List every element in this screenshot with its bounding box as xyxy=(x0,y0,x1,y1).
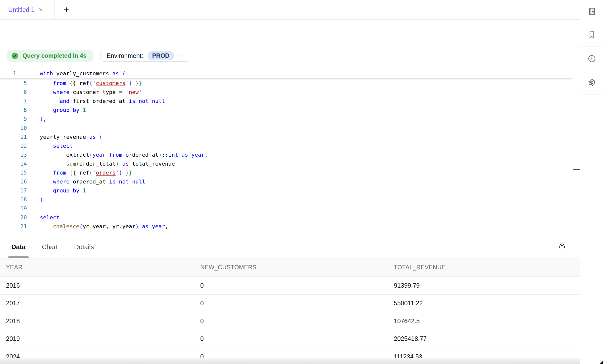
line-number: 17 xyxy=(0,186,27,195)
environment-selector[interactable]: Environment: PROD xyxy=(100,50,189,62)
environment-label: Environment: xyxy=(106,52,143,59)
line-number: 1 xyxy=(13,69,16,78)
table-cell: 0 xyxy=(200,318,394,325)
sql-editor-region[interactable]: Query completed in 4s Environment: PROD … xyxy=(0,43,580,233)
notebook-icon xyxy=(587,7,596,16)
line-number: 21 xyxy=(0,222,27,231)
line-number: 19 xyxy=(0,204,27,213)
line-number: 7 xyxy=(0,97,27,106)
code-text: yearly_revenue as ( xyxy=(40,133,102,141)
query-status-pill: Query completed in 4s xyxy=(7,50,93,62)
column-header: YEAR xyxy=(6,264,200,271)
code-line-9[interactable]: 9), xyxy=(0,115,573,124)
editor-scrollbar-track xyxy=(573,68,573,233)
code-line-11[interactable]: 11yearly_revenue as ( xyxy=(0,133,573,141)
compass-star-icon xyxy=(587,78,597,88)
chevron-down-icon xyxy=(178,53,184,58)
code-text: coalesce(yc.new_customers, 0) as new_cus… xyxy=(40,231,208,233)
table-row: 2016091399.79 xyxy=(0,277,580,295)
main-column: Untitled 1 Develop xyxy=(0,0,580,364)
table-cell: 0 xyxy=(200,300,394,307)
code-line-27[interactable]: order by 1 xyxy=(515,94,543,95)
editor-toolbar: Develop Run xyxy=(0,20,580,43)
code-line-17[interactable]: 17 group by 1 xyxy=(0,186,573,195)
table-row: 20180107642.5 xyxy=(0,312,580,330)
table-cell: 2017 xyxy=(6,300,200,307)
code-line-7[interactable]: 7 and first_ordered_at is not null xyxy=(0,97,573,106)
line-number: 16 xyxy=(0,177,27,186)
code-line-13[interactable]: 13 extract(year from ordered_at)::int as… xyxy=(0,150,573,159)
sticky-scroll-line[interactable]: 1with yearly_customers as ( xyxy=(0,69,573,78)
code-text: from {{ ref('customers') }} xyxy=(40,79,142,88)
line-number: 10 xyxy=(0,124,27,133)
code-text: select xyxy=(40,141,73,150)
table-header-row: YEARNEW_CUSTOMERSTOTAL_REVENUE xyxy=(0,258,580,277)
table-cell: 0 xyxy=(200,335,394,342)
download-results-button[interactable] xyxy=(556,239,568,251)
code-line-12[interactable]: 12 select xyxy=(0,141,573,150)
code-text: select xyxy=(40,213,59,222)
column-header: TOTAL_REVENUE xyxy=(394,264,580,271)
code-editor-viewport[interactable]: 5 from {{ ref('customers') }}6 where cus… xyxy=(0,78,573,233)
line-number: 22 xyxy=(0,231,27,233)
code-line-15[interactable]: 15 from {{ ref('orders') }} xyxy=(0,168,573,177)
new-tab-button[interactable] xyxy=(61,4,72,15)
code-text: where ordered_at is not null xyxy=(40,177,145,186)
table-cell: 0 xyxy=(200,282,394,289)
file-tab-untitled-1[interactable]: Untitled 1 xyxy=(0,0,55,20)
close-icon[interactable] xyxy=(38,7,44,12)
history-clock-icon xyxy=(587,54,596,63)
code-text: from {{ ref('orders') }} xyxy=(40,168,132,177)
download-icon xyxy=(557,241,566,250)
code-text: with yearly_customers as ( xyxy=(40,69,125,78)
code-line-18[interactable]: 18) xyxy=(0,195,573,204)
results-tab-data[interactable]: Data xyxy=(8,236,29,258)
sidebar-bookmarks-button[interactable] xyxy=(580,23,603,46)
code-line-10[interactable]: 10 xyxy=(0,124,573,133)
code-line-22[interactable]: 22 coalesce(yc.new_customers, 0) as new_… xyxy=(0,231,573,233)
line-number: 13 xyxy=(0,150,27,159)
table-body: 2016091399.7920170550011.2220180107642.5… xyxy=(0,277,580,364)
code-line-5[interactable]: 5 from {{ ref('customers') }} xyxy=(0,79,573,88)
line-number: 12 xyxy=(0,141,27,150)
column-header: NEW_CUSTOMERS xyxy=(200,264,394,271)
code-line-20[interactable]: 20select xyxy=(0,213,573,222)
code-line-8[interactable]: 8 group by 1 xyxy=(0,106,573,115)
horizontal-scrollbar-track[interactable] xyxy=(0,358,580,364)
line-number: 14 xyxy=(0,159,27,168)
code-text: ) xyxy=(40,195,43,204)
table-cell: 107642.5 xyxy=(394,318,580,325)
code-text: coalesce(yc.year, yr.year) as year, xyxy=(40,222,168,231)
panel-resize-handle[interactable] xyxy=(573,169,580,170)
line-number: 9 xyxy=(0,115,27,124)
right-icon-sidebar xyxy=(580,0,603,364)
code-text: group by 1 xyxy=(40,186,86,195)
table-cell: 91399.79 xyxy=(394,282,580,289)
code-text: ), xyxy=(40,115,47,124)
code-text: group by 1 xyxy=(40,106,86,115)
sql-ide-app: Untitled 1 Develop xyxy=(0,0,603,364)
code-text: sum(order_total) as total_revenue xyxy=(40,159,175,168)
table-row: 20170550011.22 xyxy=(0,295,580,313)
code-line-14[interactable]: 14 sum(order_total) as total_revenue xyxy=(0,159,573,168)
line-number: 15 xyxy=(0,168,27,177)
line-number: 11 xyxy=(0,133,27,141)
window-resize-grip[interactable] xyxy=(600,361,603,364)
results-tab-chart[interactable]: Chart xyxy=(39,236,61,258)
code-line-21[interactable]: 21 coalesce(yc.year, yr.year) as year, xyxy=(0,222,573,231)
code-line-19[interactable]: 19 xyxy=(0,204,573,213)
results-tab-bar: DataChartDetails xyxy=(0,233,580,258)
line-number: 8 xyxy=(0,106,27,115)
sidebar-explore-button[interactable] xyxy=(580,71,603,94)
line-number: 6 xyxy=(0,88,27,97)
code-line-16[interactable]: 16 where ordered_at is not null xyxy=(0,177,573,186)
table-cell: 550011.22 xyxy=(394,300,580,307)
environment-value-badge: PROD xyxy=(148,51,174,60)
code-line-6[interactable]: 6 where customer_type = 'new' xyxy=(0,88,573,97)
code-line-1[interactable]: 1with yearly_customers as ( xyxy=(0,69,573,78)
check-circle-icon xyxy=(11,52,19,60)
sidebar-history-button[interactable] xyxy=(580,46,603,71)
sidebar-notebook-button[interactable] xyxy=(580,0,603,23)
table-cell: 2019 xyxy=(6,335,200,342)
results-tab-details[interactable]: Details xyxy=(71,236,97,258)
